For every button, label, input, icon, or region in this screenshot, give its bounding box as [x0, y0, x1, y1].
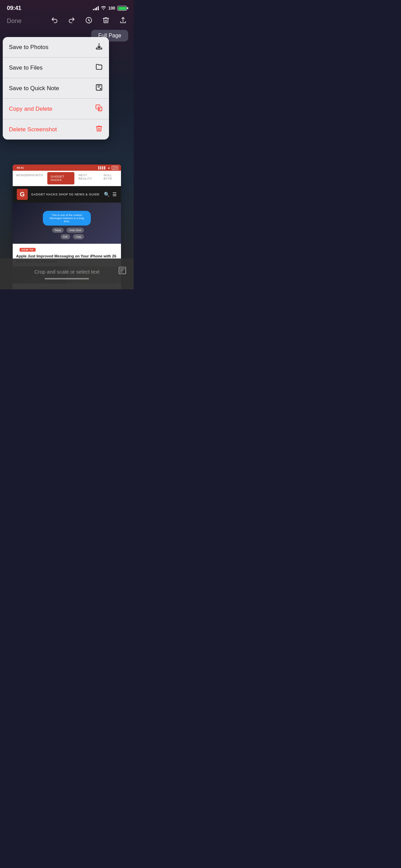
- bottom-section: Crop and scale or select text: [0, 258, 134, 289]
- save-to-photos-label: Save to Photos: [9, 44, 48, 51]
- article-image: This is one of the coolest Messages feat…: [13, 203, 121, 244]
- how-to-badge: HOW TO: [20, 248, 36, 252]
- undo-icon[interactable]: [51, 16, 58, 26]
- article-image-bg: This is one of the coolest Messages feat…: [13, 203, 121, 244]
- toolbar: Done: [0, 14, 134, 30]
- nav-next-reality: NEXT REALITY: [75, 171, 100, 186]
- nav-wonderhowto: WONDERHOWTO: [13, 171, 47, 186]
- status-icons: 100: [93, 6, 127, 11]
- mini-wifi-icon: ▲: [108, 166, 110, 169]
- nav-null-byte: NULL BYTE: [100, 171, 121, 186]
- signal-icon: [93, 6, 99, 10]
- save-to-files-item[interactable]: Save to Files: [3, 58, 109, 78]
- svg-point-1: [88, 20, 89, 21]
- save-to-quick-note-label: Save to Quick Note: [9, 85, 59, 92]
- save-to-photos-item[interactable]: Save to Photos: [3, 37, 109, 58]
- battery-icon: 100: [108, 6, 127, 11]
- save-to-quick-note-item[interactable]: Save to Quick Note: [3, 78, 109, 99]
- toolbar-icons: [51, 16, 127, 26]
- nav-gadget-hacks: GADGET HACKS: [47, 172, 74, 184]
- copy-delete-icon: [95, 104, 103, 113]
- save-photos-icon: [95, 43, 103, 52]
- mini-signal-icon: ▌▌▌▌: [98, 166, 106, 169]
- redo-icon[interactable]: [68, 16, 75, 26]
- home-indicator: [45, 278, 89, 279]
- svg-rect-4: [98, 107, 102, 111]
- save-files-icon: [95, 63, 103, 72]
- status-bar: 09:41 100: [0, 0, 134, 14]
- context-menu: Save to Photos Save to Files Save to Qui…: [3, 37, 109, 140]
- delete-screenshot-icon: [95, 125, 103, 134]
- chat-bubble: This is one of the coolest Messages feat…: [43, 211, 91, 226]
- g-logo: G: [17, 189, 28, 200]
- website-nav: WONDERHOWTO GADGET HACKS NEXT REALITY NU…: [13, 171, 121, 186]
- mini-status-bar: 09:41 ▌▌▌▌ ▲ 100: [13, 165, 121, 171]
- share-icon[interactable]: [119, 16, 127, 26]
- website-header-text: GADGET HACKS SHOP 5G NEWS & GUIDE: [31, 193, 100, 196]
- markup-icon[interactable]: [85, 16, 93, 26]
- done-button[interactable]: Done: [7, 17, 22, 25]
- delete-icon[interactable]: [102, 16, 110, 26]
- copy-and-delete-label: Copy and Delete: [9, 106, 52, 112]
- bottom-hint: Crop and scale or select text: [34, 269, 99, 275]
- save-to-files-label: Save to Files: [9, 64, 42, 71]
- wifi-icon: [101, 6, 106, 11]
- how-to-section: HOW TO: [13, 244, 121, 254]
- delete-screenshot-item[interactable]: Delete Screenshot: [3, 119, 109, 140]
- website-header-icons: 🔍 ☰: [104, 192, 117, 197]
- delete-screenshot-label: Delete Screenshot: [9, 126, 57, 133]
- select-text-icon[interactable]: [118, 266, 127, 277]
- mini-battery-icon: 100: [112, 166, 118, 170]
- svg-rect-2: [96, 48, 102, 49]
- copy-and-delete-item[interactable]: Copy and Delete: [3, 99, 109, 119]
- search-icon: 🔍: [104, 192, 110, 197]
- quick-note-icon: [95, 84, 103, 93]
- status-time: 09:41: [7, 5, 21, 12]
- menu-icon: ☰: [112, 192, 117, 197]
- website-header: G GADGET HACKS SHOP 5G NEWS & GUIDE 🔍 ☰: [13, 186, 121, 203]
